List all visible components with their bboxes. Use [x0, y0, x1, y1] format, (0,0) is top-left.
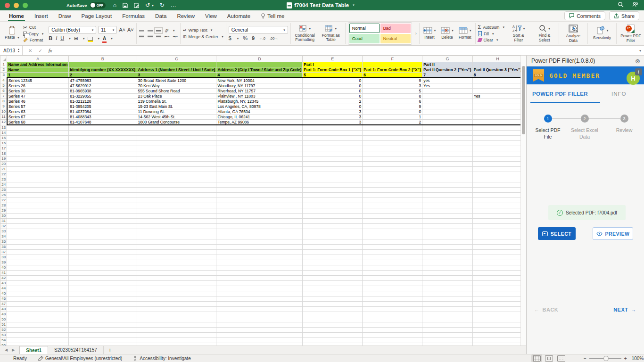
cell-E38[interactable] — [303, 255, 363, 260]
cell-C32[interactable] — [137, 223, 216, 229]
cell-D5[interactable]: Woodbury, NY 11797 — [216, 83, 303, 89]
cell-D49[interactable] — [216, 312, 303, 317]
cell-F25[interactable] — [363, 187, 422, 192]
cell-F20[interactable] — [363, 161, 422, 166]
cell-G5[interactable]: Yes — [422, 83, 473, 89]
cell-F2[interactable]: Part 1: Form Code Box 2 {"X"} — [363, 67, 422, 73]
cell-F28[interactable] — [363, 203, 422, 208]
styles-gallery-next-icon[interactable]: › — [415, 31, 417, 36]
cell-F44[interactable] — [363, 286, 422, 291]
cell-H37[interactable] — [472, 249, 520, 255]
sensitivity-status[interactable]: General\All Employees (unrestricted) — [38, 356, 122, 361]
italic-button[interactable]: I — [56, 36, 57, 41]
cell-G35[interactable] — [422, 239, 473, 244]
cell-H15[interactable] — [472, 135, 520, 140]
cell-A44[interactable] — [7, 286, 69, 291]
undo-icon[interactable]: ↺▾ — [145, 2, 154, 8]
cell-C23[interactable] — [137, 177, 216, 182]
row-header-37[interactable]: 37 — [0, 249, 7, 255]
cell-E35[interactable] — [303, 239, 363, 244]
row-header-23[interactable]: 23 — [0, 177, 7, 182]
cell-C52[interactable] — [137, 327, 216, 332]
comma-style-button[interactable]: 9 — [252, 36, 255, 41]
font-name-combobox[interactable]: Calibri (Body)▾ — [49, 26, 96, 34]
insert-cells-button[interactable]: ▾ Insert — [422, 27, 438, 40]
cell-D11[interactable]: Chicago, IL 06241 — [216, 115, 303, 120]
cell-A17[interactable] — [7, 146, 69, 151]
cell-C7[interactable]: 23 Oak Place — [137, 94, 216, 99]
cell-G12[interactable] — [422, 120, 473, 125]
col-header-C[interactable]: C — [137, 56, 216, 62]
cell-C47[interactable] — [137, 301, 216, 306]
more-commands-icon[interactable]: … — [171, 2, 176, 8]
cell-B19[interactable] — [69, 156, 137, 161]
cell-E5[interactable]: 0 — [303, 83, 363, 89]
cell-D19[interactable] — [216, 156, 303, 161]
cell-D3[interactable]: 4 — [216, 73, 303, 78]
align-left-button[interactable] — [139, 35, 144, 38]
vertical-scrollbar-thumb[interactable] — [522, 66, 525, 134]
cell-E14[interactable] — [303, 130, 363, 135]
cell-D6[interactable]: Riverhead, NY 11757 — [216, 89, 303, 94]
format-cells-button[interactable]: ▾ Format — [457, 27, 473, 40]
cell-H20[interactable] — [472, 161, 520, 166]
cell-E2[interactable]: Part 1: Form Code Box 1 {"X"} — [303, 67, 363, 73]
cell-B2[interactable]: Identifying number {XX-XXXXXXX} — [69, 67, 137, 73]
cell-G50[interactable] — [422, 317, 473, 322]
cell-E4[interactable]: 0 — [303, 78, 363, 83]
cell-F21[interactable] — [363, 166, 422, 172]
cell-A49[interactable] — [7, 312, 69, 317]
accessibility-status[interactable]: Accessibility: Investigate — [132, 356, 190, 361]
cell-D46[interactable] — [216, 296, 303, 301]
cell-H35[interactable] — [472, 239, 520, 244]
cell-D29[interactable] — [216, 208, 303, 213]
cell-H51[interactable] — [472, 322, 520, 327]
cell-A29[interactable] — [7, 208, 69, 213]
cell-H26[interactable] — [472, 192, 520, 197]
cell-F26[interactable] — [363, 192, 422, 197]
cell-H33[interactable] — [472, 229, 520, 234]
back-button[interactable]: ← BACK — [534, 307, 558, 313]
cell-D1[interactable] — [216, 62, 303, 67]
ribbon-tab-formulas[interactable]: Formulas — [117, 10, 150, 21]
cell-C21[interactable] — [137, 166, 216, 172]
sensitivity-button[interactable]: ▾ Sensitivity — [590, 26, 614, 40]
cell-E21[interactable] — [303, 166, 363, 172]
cell-H3[interactable]: 8 — [472, 73, 520, 78]
cell-F30[interactable] — [363, 213, 422, 218]
cell-E15[interactable] — [303, 135, 363, 140]
cell-D53[interactable] — [216, 332, 303, 337]
autosum-button[interactable]: ΣAutoSum▾ — [478, 25, 504, 30]
presence-icon[interactable] — [632, 1, 638, 9]
cell-H31[interactable] — [472, 218, 520, 223]
cell-D7[interactable]: Plainview , NY 11803 — [216, 94, 303, 99]
cell-E19[interactable] — [303, 156, 363, 161]
row-header-31[interactable]: 31 — [0, 218, 7, 223]
cell-B51[interactable] — [69, 322, 137, 327]
save-as-icon[interactable] — [134, 3, 139, 8]
cell-G8[interactable] — [422, 99, 473, 104]
cell-B47[interactable] — [69, 301, 137, 306]
cell-C29[interactable] — [137, 208, 216, 213]
row-header-46[interactable]: 46 — [0, 296, 7, 301]
cell-H34[interactable] — [472, 234, 520, 239]
insert-function-icon[interactable]: fx — [49, 48, 52, 53]
zoom-slider-thumb[interactable] — [603, 356, 609, 361]
cell-E54[interactable] — [303, 337, 363, 343]
cell-E22[interactable] — [303, 172, 363, 177]
row-header-25[interactable]: 25 — [0, 187, 7, 192]
cell-H16[interactable] — [472, 140, 520, 146]
cell-A37[interactable] — [7, 249, 69, 255]
share-button[interactable]: Share — [609, 11, 639, 20]
cell-E25[interactable] — [303, 187, 363, 192]
step-circle-2[interactable]: 2 — [581, 115, 589, 123]
cell-B7[interactable]: 81-3229055 — [69, 94, 137, 99]
cell-H49[interactable] — [472, 312, 520, 317]
row-header-18[interactable]: 18 — [0, 151, 7, 156]
cell-B31[interactable] — [69, 218, 137, 223]
cell-B35[interactable] — [69, 239, 137, 244]
cell-D45[interactable] — [216, 291, 303, 296]
percent-button[interactable]: % — [243, 36, 248, 41]
cell-B24[interactable] — [69, 182, 137, 187]
row-header-51[interactable]: 51 — [0, 322, 7, 327]
